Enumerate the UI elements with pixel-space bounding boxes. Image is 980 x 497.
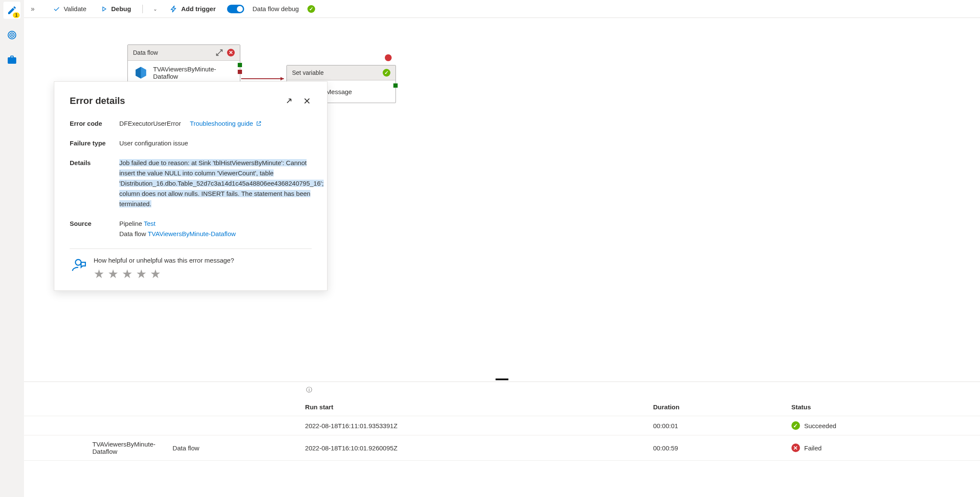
chevron-down-icon[interactable]: ⌄	[151, 4, 159, 14]
toolbar-separator	[142, 5, 143, 13]
error-icon: ✕	[791, 444, 800, 452]
collapse-icon[interactable]: »	[29, 3, 36, 15]
error-code-value: DFExecutorUserError	[119, 120, 181, 127]
close-icon[interactable]	[302, 96, 312, 106]
cell-type	[164, 416, 297, 435]
toolbar: » Validate Debug ⌄ Add trigger Data flow…	[24, 0, 980, 18]
expand-icon[interactable]	[215, 48, 224, 57]
cell-name	[24, 416, 164, 435]
dataflow-node-name: TVAViewersByMinute-Dataflow	[153, 65, 234, 80]
dataflow-header-label: Data flow	[133, 49, 158, 56]
add-trigger-label: Add trigger	[181, 5, 216, 12]
table-header-row: Run start Duration Status	[24, 398, 980, 416]
info-icon[interactable]: ⓘ	[306, 386, 312, 394]
debug-status-icon: ✓	[307, 5, 315, 13]
error-code-label: Error code	[70, 118, 119, 129]
toolbox-icon	[7, 55, 17, 65]
details-value[interactable]: Job failed due to reason: at Sink 'tblHi…	[119, 159, 324, 207]
run-results-table: Run start Duration Status 2022-08-18T16:…	[24, 398, 980, 461]
left-sidebar: 1	[0, 0, 24, 497]
dataflow-node-header: Data flow ✕	[128, 45, 240, 61]
source-value: Pipeline Test Data flow TVAViewersByMinu…	[119, 219, 312, 239]
maximize-icon[interactable]	[284, 96, 294, 106]
node-port-success[interactable]	[238, 63, 242, 67]
success-status-icon: ✓	[383, 69, 390, 77]
star-5[interactable]: ★	[150, 268, 161, 280]
panel-resize-handle[interactable]	[496, 379, 508, 380]
star-3[interactable]: ★	[122, 268, 133, 280]
validate-button[interactable]: Validate	[50, 3, 89, 15]
external-link-icon	[256, 121, 262, 127]
svg-point-2	[11, 34, 13, 36]
debug-button[interactable]: Debug	[97, 3, 134, 15]
star-2[interactable]: ★	[108, 268, 118, 280]
cell-duration: 00:00:01	[645, 416, 783, 435]
failure-type-label: Failure type	[70, 138, 119, 148]
node-port-fail[interactable]	[238, 70, 242, 74]
cell-status: ✕Failed	[783, 435, 980, 461]
cell-status: ✓Succeeded	[783, 416, 980, 435]
setvariable-header-label: Set variable	[292, 69, 324, 76]
node-port-success[interactable]	[393, 83, 398, 88]
success-icon: ✓	[791, 421, 800, 430]
error-dot-icon	[385, 54, 392, 61]
source-label: Source	[70, 219, 119, 239]
sidebar-item-manage[interactable]	[3, 51, 21, 68]
source-dataflow-link[interactable]: TVAViewersByMinute-Dataflow	[148, 230, 236, 237]
table-row[interactable]: 2022-08-18T16:11:01.9353391Z 00:00:01 ✓S…	[24, 416, 980, 435]
output-panel-tabs: ⓘ	[24, 382, 980, 398]
col-type	[164, 398, 297, 416]
source-pipeline-link[interactable]: Test	[144, 220, 156, 227]
play-icon	[100, 5, 108, 13]
feedback-question: How helpful or unhelpful was this error …	[94, 257, 234, 264]
error-status-icon: ✕	[227, 49, 235, 56]
dataflow-cube-icon	[134, 65, 148, 80]
cell-type: Data flow	[164, 435, 297, 461]
details-label: Details	[70, 158, 119, 209]
add-trigger-button[interactable]: Add trigger	[168, 3, 218, 15]
table-row[interactable]: TVAViewersByMinute-Dataflow Data flow 20…	[24, 435, 980, 461]
col-runstart[interactable]: Run start	[297, 398, 645, 416]
feedback-section: How helpful or unhelpful was this error …	[70, 248, 312, 280]
main-area: » Validate Debug ⌄ Add trigger Data flow…	[24, 0, 980, 497]
validate-label: Validate	[64, 5, 86, 12]
setvariable-node-header: Set variable ✓	[287, 65, 396, 80]
dataflow-debug-toggle[interactable]	[227, 5, 244, 13]
col-name	[24, 398, 164, 416]
star-4[interactable]: ★	[136, 268, 147, 280]
col-duration[interactable]: Duration	[645, 398, 783, 416]
error-details-popup: Error details Error code DFExecutorUserE…	[54, 81, 328, 291]
author-badge: 1	[13, 12, 20, 18]
col-status[interactable]: Status	[783, 398, 980, 416]
debug-label: Debug	[111, 5, 131, 12]
gauge-icon	[7, 30, 17, 40]
dataflow-node[interactable]: Data flow ✕ TVAViewersByMinute-Dataflow	[127, 44, 240, 85]
failure-type-value: User configuration issue	[119, 138, 312, 148]
cell-name: TVAViewersByMinute-Dataflow	[24, 435, 164, 461]
sidebar-item-author[interactable]: 1	[3, 2, 21, 19]
lightning-icon	[170, 5, 178, 13]
dataflow-debug-label: Data flow debug	[253, 5, 299, 12]
star-1[interactable]: ★	[94, 268, 104, 280]
troubleshooting-link[interactable]: Troubleshooting guide	[190, 118, 262, 129]
checkmark-icon	[53, 5, 60, 13]
cell-runstart: 2022-08-18T16:11:01.9353391Z	[297, 416, 645, 435]
output-panel: ⓘ Run start Duration Status	[24, 382, 980, 497]
cell-duration: 00:00:59	[645, 435, 783, 461]
sidebar-item-monitor[interactable]	[3, 27, 21, 44]
popup-title: Error details	[70, 95, 125, 106]
star-rating: ★ ★ ★ ★ ★	[94, 268, 234, 280]
cell-runstart: 2022-08-18T16:10:01.9260095Z	[297, 435, 645, 461]
person-feedback-icon	[70, 257, 87, 274]
